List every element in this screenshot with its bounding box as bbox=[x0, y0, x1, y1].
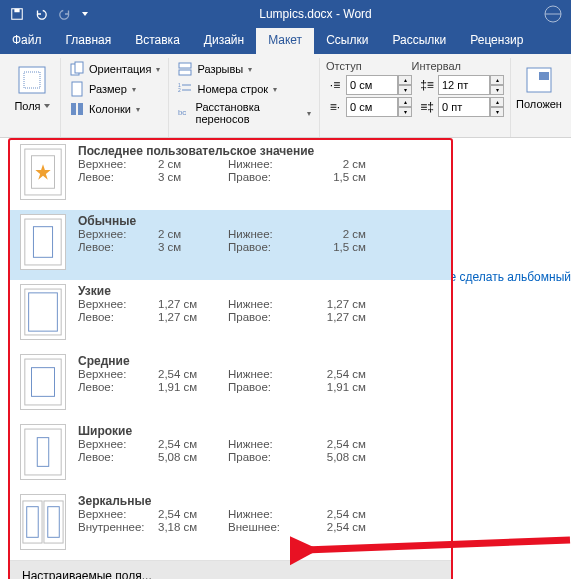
save-icon[interactable] bbox=[10, 7, 24, 21]
hyphenation-button[interactable]: bcРасстановка переносов▾ bbox=[175, 100, 313, 126]
ribbon-tabs: Файл Главная Вставка Дизайн Макет Ссылки… bbox=[0, 28, 571, 54]
space-after-input[interactable] bbox=[438, 97, 490, 117]
space-after-icon: ≡‡ bbox=[418, 98, 436, 116]
ribbon: Поля Ориентация▾ Размер▾ Колонки▾ Разрыв… bbox=[0, 54, 571, 138]
document-title: Lumpics.docx - Word bbox=[88, 7, 543, 21]
title-bar: Lumpics.docx - Word bbox=[0, 0, 571, 28]
indent-label: Отступ bbox=[326, 60, 362, 72]
svg-rect-9 bbox=[78, 103, 83, 115]
svg-rect-23 bbox=[25, 289, 61, 335]
tab-references[interactable]: Ссылки bbox=[314, 28, 380, 54]
breaks-button[interactable]: Разрывы▾ bbox=[175, 60, 313, 78]
svg-rect-3 bbox=[19, 67, 45, 93]
help-icon[interactable] bbox=[543, 4, 563, 24]
spinner-buttons[interactable]: ▴▾ bbox=[490, 75, 504, 95]
size-button[interactable]: Размер▾ bbox=[67, 80, 162, 98]
tab-home[interactable]: Главная bbox=[54, 28, 124, 54]
svg-rect-25 bbox=[25, 359, 61, 405]
columns-icon bbox=[69, 101, 85, 117]
space-before-icon: ‡≡ bbox=[418, 76, 436, 94]
svg-rect-18 bbox=[539, 72, 549, 80]
background-link[interactable]: е сделать альбомный bbox=[450, 270, 571, 284]
svg-rect-27 bbox=[25, 429, 61, 475]
columns-button[interactable]: Колонки▾ bbox=[67, 100, 162, 118]
svg-text:2: 2 bbox=[178, 87, 181, 93]
indent-left-icon: ∙≡ bbox=[326, 76, 344, 94]
position-icon bbox=[523, 64, 555, 96]
margins-preset-icon bbox=[20, 144, 66, 200]
line-numbers-button[interactable]: 12Номера строк▾ bbox=[175, 80, 313, 98]
svg-rect-29 bbox=[23, 501, 42, 543]
tab-mailings[interactable]: Рассылки bbox=[380, 28, 458, 54]
margins-button[interactable]: Поля bbox=[10, 60, 54, 114]
chevron-down-icon bbox=[44, 104, 50, 108]
margins-option-normal[interactable]: ОбычныеВерхнее:2 смНижнее:2 смЛевое:3 см… bbox=[10, 210, 451, 280]
svg-rect-1 bbox=[14, 9, 19, 13]
margins-preset-icon bbox=[20, 494, 66, 550]
margins-preset-icon bbox=[20, 214, 66, 270]
breaks-icon bbox=[177, 61, 193, 77]
option-title: Широкие bbox=[78, 424, 441, 438]
margins-option-moderate[interactable]: СредниеВерхнее:2,54 смНижнее:2,54 смЛево… bbox=[10, 350, 451, 420]
tab-review[interactable]: Рецензир bbox=[458, 28, 535, 54]
spinner-buttons[interactable]: ▴▾ bbox=[398, 75, 412, 95]
margins-label: Поля bbox=[14, 100, 40, 112]
margins-option-narrow[interactable]: УзкиеВерхнее:1,27 смНижнее:1,27 смЛевое:… bbox=[10, 280, 451, 350]
indent-left-input[interactable] bbox=[346, 75, 398, 95]
margins-option-star[interactable]: Последнее пользовательское значениеВерхн… bbox=[10, 140, 451, 210]
svg-rect-6 bbox=[75, 62, 83, 73]
svg-rect-21 bbox=[25, 219, 61, 265]
option-title: Средние bbox=[78, 354, 441, 368]
margins-option-wide[interactable]: ШирокиеВерхнее:2,54 смНижнее:2,54 смЛево… bbox=[10, 420, 451, 490]
option-title: Узкие bbox=[78, 284, 441, 298]
spinner-buttons[interactable]: ▴▾ bbox=[490, 97, 504, 117]
space-before-input[interactable] bbox=[438, 75, 490, 95]
svg-rect-30 bbox=[44, 501, 63, 543]
tab-file[interactable]: Файл bbox=[0, 28, 54, 54]
margins-preset-icon bbox=[20, 284, 66, 340]
margins-gallery: Последнее пользовательское значениеВерхн… bbox=[8, 138, 453, 579]
line-numbers-icon: 12 bbox=[177, 81, 193, 97]
custom-margins-button[interactable]: Настраиваемые поля... bbox=[10, 560, 451, 579]
tab-design[interactable]: Дизайн bbox=[192, 28, 256, 54]
size-icon bbox=[69, 81, 85, 97]
spinner-buttons[interactable]: ▴▾ bbox=[398, 97, 412, 117]
option-title: Обычные bbox=[78, 214, 441, 228]
tab-insert[interactable]: Вставка bbox=[123, 28, 192, 54]
indent-right-icon: ≡∙ bbox=[326, 98, 344, 116]
margins-preset-icon bbox=[20, 354, 66, 410]
svg-rect-10 bbox=[179, 63, 191, 68]
position-button[interactable]: Положен bbox=[517, 60, 561, 112]
option-title: Зеркальные bbox=[78, 494, 441, 508]
orientation-icon bbox=[69, 61, 85, 77]
svg-rect-7 bbox=[72, 82, 82, 96]
tab-layout[interactable]: Макет bbox=[256, 28, 314, 54]
undo-icon[interactable] bbox=[34, 7, 48, 21]
margins-icon bbox=[16, 64, 48, 96]
svg-text:bc: bc bbox=[178, 108, 186, 117]
hyphenation-icon: bc bbox=[177, 105, 191, 121]
option-title: Последнее пользовательское значение bbox=[78, 144, 441, 158]
margins-option-mirror[interactable]: ЗеркальныеВерхнее:2,54 смНижнее:2,54 смВ… bbox=[10, 490, 451, 560]
margins-preset-icon bbox=[20, 424, 66, 480]
indent-right-input[interactable] bbox=[346, 97, 398, 117]
redo-icon[interactable] bbox=[58, 7, 72, 21]
svg-rect-11 bbox=[179, 70, 191, 75]
orientation-button[interactable]: Ориентация▾ bbox=[67, 60, 162, 78]
svg-rect-8 bbox=[71, 103, 76, 115]
spacing-label: Интервал bbox=[412, 60, 461, 72]
